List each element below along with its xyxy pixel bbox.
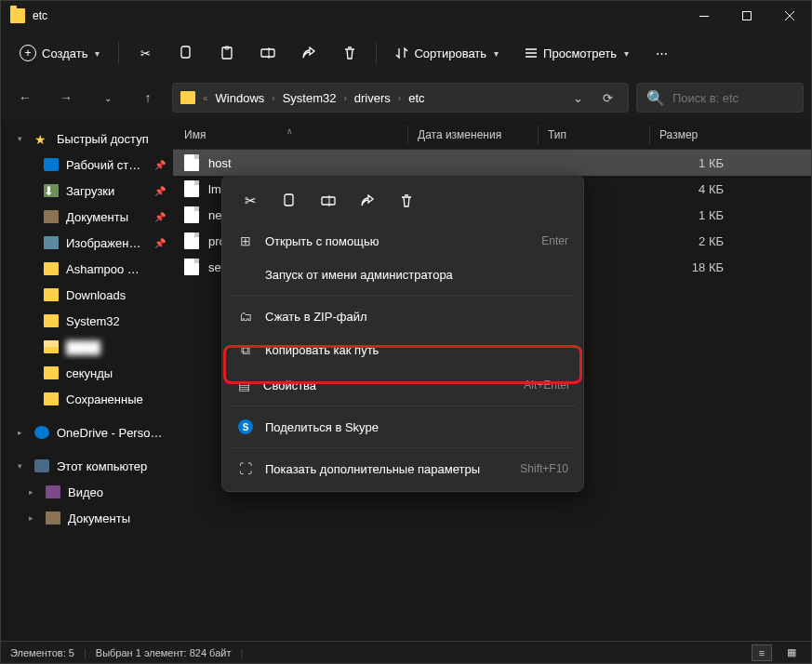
column-headers: Имя∧ Дата изменения Тип Размер (173, 120, 811, 150)
documents-icon (46, 511, 60, 525)
search-input[interactable] (672, 91, 812, 105)
sidebar-item-folder[interactable]: Ashampoo … (1, 256, 173, 282)
sidebar-item-videos[interactable]: ▸Видео (1, 479, 173, 505)
share-icon (301, 46, 316, 60)
ctx-skype-share[interactable]: SПоделиться в Skype (228, 410, 578, 444)
sidebar-item-documents[interactable]: Документы📌 (1, 204, 173, 230)
pictures-icon (44, 236, 59, 249)
sidebar-item-folder[interactable]: Сохраненные (1, 386, 173, 412)
copy-path-icon: ⧉ (237, 342, 254, 358)
ctx-cut-button[interactable]: ✂ (233, 185, 267, 217)
sidebar-onedrive[interactable]: ▸OneDrive - Perso… (1, 419, 173, 445)
address-dropdown[interactable]: ⌄ (565, 85, 591, 111)
ctx-compress-zip[interactable]: 🗂Сжать в ZIP-файл (228, 299, 578, 333)
paste-button[interactable] (208, 36, 246, 70)
sidebar-item-folder[interactable]: System32 (1, 308, 173, 334)
statusbar: Элементов: 5 | Выбран 1 элемент: 824 бай… (1, 641, 811, 663)
breadcrumb-item[interactable]: drivers (351, 89, 394, 107)
col-type[interactable]: Тип (538, 126, 649, 144)
separator (230, 295, 576, 296)
navbar: ← → ⌄ ↑ « Windows› System32› drivers› et… (1, 75, 811, 120)
copy-icon (179, 46, 193, 60)
more-icon: ⋯ (656, 46, 668, 60)
chevron-right-icon: ▸ (29, 487, 38, 497)
sort-button[interactable]: Сортировать ▾ (384, 36, 510, 70)
file-icon (184, 206, 199, 223)
rename-button[interactable] (249, 36, 286, 70)
more-button[interactable]: ⋯ (644, 36, 681, 70)
ctx-properties[interactable]: ▤СвойстваAlt+Enter (226, 368, 579, 402)
new-button[interactable]: + Создать ▾ (8, 36, 111, 70)
copy-button[interactable] (167, 36, 205, 70)
sidebar-item-downloads[interactable]: ⬇Загрузки📌 (1, 178, 173, 204)
share-icon (360, 193, 375, 208)
sidebar-quick-access[interactable]: ▾★Быстрый доступ (1, 126, 173, 152)
breadcrumb-item[interactable]: etc (405, 89, 428, 107)
view-icon (525, 46, 538, 60)
trash-icon (342, 46, 357, 60)
view-label: Просмотреть (543, 46, 617, 60)
desktop-icon (44, 158, 59, 171)
sidebar: ▾★Быстрый доступ Рабочий ст…📌 ⬇Загрузки📌… (1, 120, 173, 641)
close-button[interactable] (768, 1, 811, 31)
back-button[interactable]: ← (8, 81, 42, 114)
sidebar-item-documents[interactable]: ▸Документы (1, 505, 173, 531)
file-row[interactable]: host1 КБ (173, 150, 811, 176)
sidebar-item-folder[interactable]: ████ (1, 334, 173, 360)
ctx-run-as-admin[interactable]: Запуск от имени администратора (228, 258, 578, 291)
up-button[interactable]: ↑ (131, 81, 165, 114)
maximize-button[interactable] (725, 1, 768, 31)
ctx-copy-path[interactable]: ⧉Копировать как путь (228, 333, 578, 366)
ctx-show-more[interactable]: ⛶Показать дополнительные параметрыShift+… (228, 452, 578, 485)
cut-button[interactable]: ✂ (126, 36, 164, 70)
ctx-open-with[interactable]: ⊞Открыть с помощьюEnter (228, 224, 578, 258)
breadcrumb-item[interactable]: System32 (279, 89, 340, 107)
sidebar-item-folder[interactable]: Downloads (1, 282, 173, 308)
sidebar-this-pc[interactable]: ▾Этот компьютер (1, 453, 173, 479)
col-size[interactable]: Размер (649, 126, 724, 144)
search-box[interactable]: 🔍 (636, 83, 804, 113)
view-grid-button[interactable]: ▦ (781, 644, 802, 661)
svg-rect-7 (285, 194, 293, 206)
folder-icon (10, 8, 25, 23)
separator (230, 405, 576, 406)
ctx-copy-button[interactable] (273, 185, 306, 217)
minimize-button[interactable] (683, 1, 725, 31)
share-button[interactable] (290, 36, 327, 70)
sidebar-item-desktop[interactable]: Рабочий ст…📌 (1, 152, 173, 178)
breadcrumb-item[interactable]: Windows (212, 89, 269, 107)
chevron-right-icon: ▸ (18, 428, 27, 437)
view-button[interactable]: Просмотреть ▾ (513, 36, 640, 70)
more-icon: ⛶ (237, 461, 254, 476)
separator (230, 447, 576, 448)
col-date[interactable]: Дата изменения (407, 126, 538, 144)
context-menu: ✂ ⊞Открыть с помощьюEnter Запуск от имен… (221, 175, 584, 492)
zip-icon: 🗂 (237, 309, 254, 324)
chevron-down-icon: ▾ (494, 48, 499, 59)
star-icon: ★ (34, 132, 49, 145)
chevron-down-icon: ⌄ (104, 93, 112, 103)
cut-icon: ✂ (245, 193, 257, 209)
recent-button[interactable]: ⌄ (90, 81, 124, 114)
view-details-button[interactable]: ≡ (752, 644, 772, 661)
sidebar-item-folder[interactable]: секунды (1, 360, 173, 386)
plus-icon: + (20, 45, 36, 61)
open-with-icon: ⊞ (237, 233, 254, 248)
forward-button[interactable]: → (49, 81, 83, 114)
file-icon (184, 259, 199, 275)
status-count: Элементов: 5 (10, 647, 74, 658)
folder-icon (44, 314, 59, 327)
ctx-share-button[interactable] (351, 185, 384, 217)
refresh-button[interactable]: ⟳ (594, 85, 620, 111)
ctx-delete-button[interactable] (390, 185, 423, 217)
separator (376, 42, 377, 64)
sidebar-item-pictures[interactable]: Изображен…📌 (1, 230, 173, 256)
delete-button[interactable] (331, 36, 368, 70)
pc-icon (34, 459, 49, 472)
chevron-down-icon: ▾ (18, 134, 27, 143)
address-bar[interactable]: « Windows› System32› drivers› etc ⌄ ⟳ (172, 83, 629, 113)
ctx-rename-button[interactable] (312, 185, 345, 217)
cloud-icon (34, 426, 49, 439)
rename-icon (260, 46, 275, 60)
col-name[interactable]: Имя∧ (184, 128, 407, 141)
